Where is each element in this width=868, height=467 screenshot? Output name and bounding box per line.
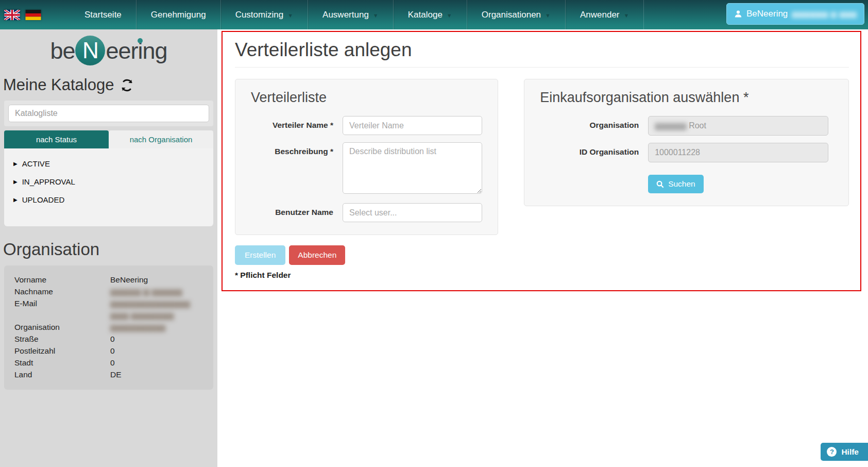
- chevron-down-icon: ▼: [545, 12, 551, 19]
- my-catalogs-title: Meine Kataloge: [3, 76, 114, 94]
- verteiler-name-input[interactable]: [343, 116, 482, 135]
- tree-item-label: IN_APPROVAL: [22, 177, 75, 186]
- nav-item-genehmigung[interactable]: Genehmigung: [136, 0, 220, 29]
- catalog-search-input[interactable]: [8, 105, 209, 122]
- org-row-nachname: Nachname ▆▆▆▆▆ ▆ ▆▆▆▆▆: [14, 286, 207, 297]
- abbrechen-button[interactable]: Abbrechen: [289, 245, 345, 265]
- org-row-value: DE: [110, 369, 207, 380]
- user-name-redacted: ▆▆▆▆▆▆ ▆ ▆▆▆▆▆ ▆: [792, 10, 857, 18]
- german-flag-icon[interactable]: [25, 10, 41, 20]
- form-row-benutzer-name: Benutzer Name: [251, 203, 482, 222]
- nav-item-organisationen[interactable]: Organisationen▼: [467, 0, 565, 29]
- organisation-value-redacted: ▆▆▆▆▆: [655, 121, 687, 130]
- benutzer-name-input[interactable]: [343, 203, 482, 222]
- user-account-button[interactable]: BeNeering ▆▆▆▆▆▆ ▆ ▆▆▆▆▆ ▆: [726, 3, 864, 25]
- org-row-email: E-Mail ▆▆▆▆▆▆▆▆▆▆▆▆▆▆▆▆ ▆▆▆▆▆▆▆: [14, 297, 207, 321]
- logo-n-circle: N: [75, 36, 105, 65]
- refresh-icon[interactable]: [120, 78, 134, 92]
- chevron-down-icon: ▼: [373, 12, 379, 19]
- suchen-button-label: Suchen: [668, 179, 695, 189]
- org-row-strasse: Straße 0: [14, 333, 207, 345]
- id-organisation-input-disabled: [648, 143, 828, 162]
- org-row-label: Nachname: [14, 286, 110, 297]
- org-row-label: Land: [14, 369, 110, 380]
- nav-menu: Startseite Genehmigung Customizing▼ Ausw…: [70, 0, 644, 29]
- form-row-suchen: Suchen: [540, 170, 833, 193]
- org-row-label: Vorname: [14, 274, 110, 286]
- org-row-value: 0: [110, 345, 207, 357]
- logo-text: eer: [106, 38, 138, 64]
- org-row-postleitzahl: Postleitzahl 0: [14, 345, 207, 357]
- org-row-label: Postleitzahl: [14, 345, 110, 357]
- beneering-logo: beNeering: [0, 35, 217, 68]
- tree-item-in-approval[interactable]: ▶ IN_APPROVAL: [8, 173, 209, 191]
- form-row-id-organisation: ID Organisation: [540, 143, 833, 162]
- tab-nach-organisation[interactable]: nach Organisation: [109, 130, 213, 148]
- organisation-section-title: Organisation: [3, 240, 217, 259]
- chevron-down-icon: ▼: [287, 12, 293, 19]
- logo-text: i: [138, 35, 143, 68]
- org-row-land: Land DE: [14, 369, 207, 380]
- nav-item-label: Kataloge: [408, 10, 442, 20]
- nav-item-customizing[interactable]: Customizing▼: [220, 0, 308, 29]
- beschreibung-textarea[interactable]: [343, 142, 482, 194]
- organisation-value: Root: [689, 121, 706, 130]
- required-fields-note: * Pflicht Felder: [235, 271, 849, 280]
- sidebar: beNeering Meine Kataloge nach Status nac…: [0, 29, 217, 467]
- nav-item-startseite[interactable]: Startseite: [70, 0, 136, 29]
- empty-label: [540, 170, 648, 174]
- org-row-label: Straße: [14, 333, 110, 345]
- hilfe-button[interactable]: ? Hilfe: [821, 443, 868, 461]
- user-icon: [734, 10, 742, 18]
- distribution-list-panel: Verteilerliste Verteiler Name * Beschrei…: [235, 79, 498, 235]
- form-row-verteiler-name: Verteiler Name *: [251, 116, 482, 135]
- organisation-info-panel: Vorname BeNeering Nachname ▆▆▆▆▆ ▆ ▆▆▆▆▆…: [4, 265, 213, 390]
- org-row-value: 0: [110, 357, 207, 369]
- catalog-search-container: [4, 101, 213, 126]
- tab-nach-status[interactable]: nach Status: [4, 130, 109, 148]
- org-row-value-redacted: ▆▆▆▆▆▆▆▆▆: [110, 321, 207, 333]
- catalog-status-tree: ▶ ACTIVE ▶ IN_APPROVAL ▶ UPLOADED: [4, 148, 213, 226]
- suchen-button[interactable]: Suchen: [648, 175, 704, 193]
- verteiler-name-label: Verteiler Name *: [251, 116, 343, 130]
- nav-item-auswertung[interactable]: Auswertung▼: [308, 0, 393, 29]
- beschreibung-label: Beschreibung *: [251, 142, 343, 156]
- logo-text: ng: [143, 38, 167, 64]
- nav-item-anwender[interactable]: Anwender▼: [565, 0, 644, 29]
- form-row-beschreibung: Beschreibung *: [251, 142, 482, 196]
- search-icon: [656, 180, 664, 188]
- id-organisation-label: ID Organisation: [540, 143, 648, 157]
- org-row-stadt: Stadt 0: [14, 357, 207, 369]
- caret-right-icon: ▶: [13, 179, 18, 185]
- org-row-label: Organisation: [14, 321, 110, 333]
- nav-item-kataloge[interactable]: Kataloge▼: [393, 0, 467, 29]
- org-row-organisation: Organisation ▆▆▆▆▆▆▆▆▆: [14, 321, 207, 333]
- title-divider: [235, 67, 849, 68]
- org-row-value-redacted: ▆▆▆▆▆ ▆ ▆▆▆▆▆: [110, 286, 207, 297]
- nav-item-label: Organisationen: [482, 10, 541, 20]
- logo-text: be: [50, 38, 75, 64]
- tree-item-uploaded[interactable]: ▶ UPLOADED: [8, 191, 209, 209]
- highlighted-content-box: Verteilerliste anlegen Verteilerliste Ve…: [222, 31, 861, 291]
- benutzer-name-label: Benutzer Name: [251, 203, 343, 217]
- tree-item-active[interactable]: ▶ ACTIVE: [8, 155, 209, 173]
- erstellen-button[interactable]: Erstellen: [235, 245, 285, 265]
- question-mark-icon: ?: [827, 447, 837, 457]
- language-switcher: [0, 0, 41, 29]
- org-row-vorname: Vorname BeNeering: [14, 274, 207, 286]
- nav-item-label: Genehmigung: [151, 10, 206, 20]
- nav-item-label: Auswertung: [322, 10, 369, 20]
- org-row-label: E-Mail: [14, 297, 110, 321]
- tree-item-label: ACTIVE: [22, 159, 50, 168]
- org-row-label: Stadt: [14, 357, 110, 369]
- tree-item-label: UPLOADED: [22, 195, 65, 204]
- user-name: BeNeering: [746, 9, 788, 19]
- organisation-input-disabled: ▆▆▆▆▆ Root: [648, 116, 828, 136]
- chevron-down-icon: ▼: [624, 12, 629, 19]
- form-row-organisation: Organisation ▆▆▆▆▆ Root: [540, 116, 833, 136]
- uk-flag-icon[interactable]: [4, 10, 20, 20]
- caret-right-icon: ▶: [13, 161, 18, 166]
- organisation-label: Organisation: [540, 116, 648, 130]
- nav-item-label: Customizing: [235, 10, 284, 20]
- purchasing-org-panel: Einkaufsorganisation auswählen * Organis…: [524, 79, 849, 206]
